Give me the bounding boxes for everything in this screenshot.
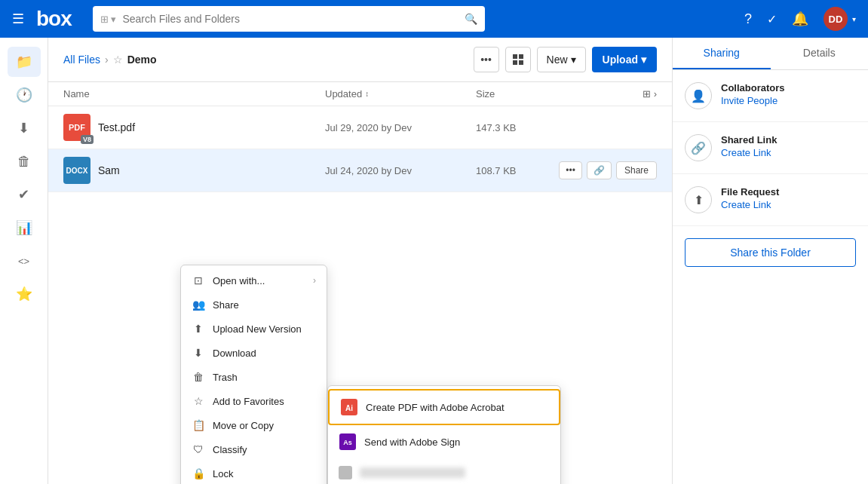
notifications-icon[interactable]: 🔔 [792, 11, 808, 27]
file-link-button[interactable]: 🔗 [587, 161, 612, 179]
cm-move-copy[interactable]: 📋 Move or Copy [181, 413, 327, 437]
logo: box [36, 7, 72, 31]
cm-share-icon: 👥 [192, 299, 205, 311]
sidebar-item-download[interactable]: ⬇ [8, 113, 41, 143]
main-container: 📁 🕐 ⬇ 🗑 ✔ 📊 <> ⭐ All Files › ☆ Demo ••• [0, 38, 868, 484]
search-filter-icon[interactable]: ⊞ ▾ [100, 14, 117, 25]
cm-move-copy-icon: 📋 [192, 419, 205, 431]
upload-button[interactable]: Upload ▾ [592, 47, 657, 72]
shared-link-content: Shared Link Create Link [721, 134, 856, 158]
shared-link-link[interactable]: Create Link [721, 147, 856, 158]
cm-download-icon: ⬇ [192, 347, 205, 359]
content-area: All Files › ☆ Demo ••• New ▾ Upload ▾ [48, 38, 672, 484]
shared-link-section: 🔗 Shared Link Create Link [673, 122, 868, 174]
cm-upload-icon: ⬆ [192, 323, 205, 335]
col-header-updated[interactable]: Updated ↕ [325, 88, 476, 100]
submenu-dot-1 [339, 466, 352, 479]
cm-upload-version-label: Upload New Version [213, 323, 316, 335]
tasks-icon[interactable]: ✓ [767, 12, 777, 26]
breadcrumb-separator: › [105, 54, 109, 66]
submenu-send-sign[interactable]: As Send with Adobe Sign [328, 425, 560, 458]
cm-upload-version[interactable]: ⬆ Upload New Version [181, 317, 327, 341]
grid-view-icon[interactable]: ⊞ [643, 88, 651, 100]
cm-trash[interactable]: 🗑 Trash [181, 365, 327, 389]
col-header-name: Name [63, 88, 325, 100]
cm-open-with[interactable]: ⊡ Open with... › [181, 268, 327, 293]
collaborators-section: 👤 Collaborators Invite People [673, 70, 868, 122]
cm-move-copy-label: Move or Copy [213, 420, 316, 431]
col-arrow-icon[interactable]: › [654, 88, 657, 100]
file-updated: Jul 29, 2020 by Dev [325, 122, 476, 133]
file-row[interactable]: PDF V8 Test.pdf Jul 29, 2020 by Dev 147.… [48, 106, 672, 149]
file-row-actions: ••• 🔗 Share [566, 161, 657, 179]
file-icon-doc: DOCX [63, 157, 90, 184]
search-bar: ⊞ ▾ 🔍 [93, 6, 485, 32]
cm-trash-icon: 🗑 [192, 371, 205, 383]
breadcrumb-star-icon[interactable]: ☆ [113, 54, 123, 66]
adobe-sign-icon: As [339, 433, 357, 451]
breadcrumb-current: Demo [127, 54, 157, 66]
cm-share[interactable]: 👥 Share [181, 293, 327, 317]
tab-details[interactable]: Details [771, 38, 869, 69]
cm-arrow-icon: › [313, 275, 316, 286]
right-panel: Sharing Details 👤 Collaborators Invite P… [672, 38, 868, 484]
new-button[interactable]: New ▾ [537, 47, 586, 72]
hamburger-icon[interactable]: ☰ [12, 11, 24, 27]
sort-icon: ↕ [365, 90, 369, 98]
tab-sharing[interactable]: Sharing [673, 38, 771, 69]
file-more-button[interactable]: ••• [559, 161, 582, 179]
sidebar-item-trash[interactable]: 🗑 [8, 146, 41, 176]
cm-trash-label: Trash [213, 372, 316, 383]
sidebar-item-recent[interactable]: 🕐 [8, 80, 41, 110]
sidebar-item-tasks[interactable]: ✔ [8, 179, 41, 210]
navbar: ☰ box ⊞ ▾ 🔍 ? ✓ 🔔 DD ▾ [0, 0, 868, 38]
navbar-right: ? ✓ 🔔 DD ▾ [744, 7, 856, 31]
more-actions-button[interactable]: ••• [474, 47, 499, 72]
breadcrumb-all-files[interactable]: All Files [63, 54, 100, 66]
file-request-link[interactable]: Create Link [721, 199, 856, 210]
shared-link-icon: 🔗 [685, 134, 712, 161]
file-updated: Jul 24, 2020 by Dev [325, 165, 476, 176]
file-size: 108.7 KB [476, 165, 566, 176]
sidebar-item-files[interactable]: 📁 [8, 47, 41, 77]
cm-lock[interactable]: 🔒 Lock [181, 461, 327, 484]
file-share-button[interactable]: Share [616, 161, 657, 179]
file-name: Sam [98, 164, 325, 176]
shared-link-title: Shared Link [721, 134, 856, 146]
content-header: All Files › ☆ Demo ••• New ▾ Upload ▾ [48, 38, 672, 82]
sidebar-item-analytics[interactable]: 📊 [8, 213, 41, 243]
adobe-acrobat-icon: Ai [340, 398, 358, 416]
avatar-caret[interactable]: ▾ [852, 15, 856, 23]
submenu-send-sign-label: Send with Adobe Sign [364, 437, 460, 448]
col-header-actions: ⊞ › [566, 88, 657, 100]
breadcrumb: All Files › ☆ Demo [63, 54, 157, 66]
file-row[interactable]: DOCX Sam Jul 24, 2020 by Dev 108.7 KB ••… [48, 149, 672, 192]
file-request-content: File Request Create Link [721, 186, 856, 210]
sidebar-item-code[interactable]: <> [8, 246, 41, 276]
cm-share-label: Share [213, 299, 316, 311]
collaborators-content: Collaborators Invite People [721, 82, 856, 106]
search-icon[interactable]: 🔍 [465, 13, 477, 25]
cm-lock-label: Lock [213, 468, 316, 479]
submenu-create-pdf[interactable]: Ai Create PDF with Adobe Acrobat [328, 389, 560, 425]
file-request-icon: ⬆ [685, 186, 712, 213]
cm-open-with-icon: ⊡ [192, 274, 205, 286]
header-actions: ••• New ▾ Upload ▾ [474, 47, 657, 72]
cm-classify[interactable]: 🛡 Classify [181, 437, 327, 461]
share-folder-button[interactable]: Share this Folder [685, 238, 856, 267]
view-toggle-button[interactable] [505, 47, 531, 72]
file-list-area: PDF V8 Test.pdf Jul 29, 2020 by Dev 147.… [48, 106, 672, 484]
cm-download[interactable]: ⬇ Download [181, 341, 327, 365]
search-input[interactable] [122, 13, 458, 25]
help-icon[interactable]: ? [744, 11, 752, 27]
cm-lock-icon: 🔒 [192, 467, 205, 479]
sidebar: 📁 🕐 ⬇ 🗑 ✔ 📊 <> ⭐ [0, 38, 48, 484]
file-size: 147.3 KB [476, 122, 566, 133]
sidebar-item-favorites[interactable]: ⭐ [8, 279, 41, 309]
cm-add-favorites[interactable]: ☆ Add to Favorites [181, 389, 327, 413]
avatar[interactable]: DD [824, 7, 848, 31]
collaborators-link[interactable]: Invite People [721, 95, 856, 106]
cm-classify-label: Classify [213, 444, 316, 455]
file-request-section: ⬆ File Request Create Link [673, 174, 868, 226]
file-list-header: Name Updated ↕ Size ⊞ › [48, 82, 672, 106]
